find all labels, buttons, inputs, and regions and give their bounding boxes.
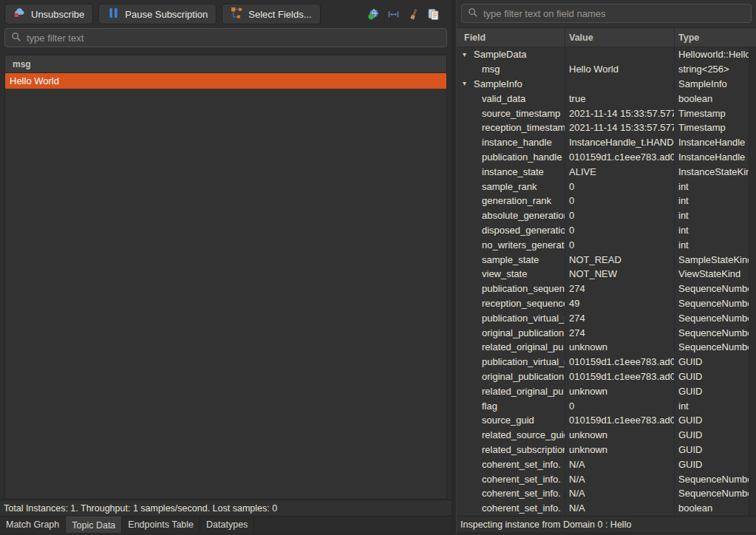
field-value: 010159d1.c1eee783.ad0 xyxy=(569,151,675,163)
field-row[interactable]: ▾ original_publication 274 SequenceNumbe… xyxy=(457,325,756,340)
field-type-cell: InstanceHandle xyxy=(675,150,756,165)
unsubscribe-button-label: Unsubscribe xyxy=(31,9,84,20)
field-row[interactable]: ▾ source_timestamp 2021-11-14 15:33:57.5… xyxy=(457,106,756,120)
field-value: true xyxy=(569,93,585,104)
field-value-cell: 274 xyxy=(565,310,675,325)
inspector-status-text: Inspecting instance from Domain 0 : Hell… xyxy=(460,519,631,530)
field-row[interactable]: ▾ SampleData Helloworld::Hello xyxy=(457,47,756,62)
field-row[interactable]: ▾ publication_virtual_s 274 SequenceNumb… xyxy=(457,310,756,325)
vertical-scrollbar[interactable] xyxy=(749,47,756,516)
field-row[interactable]: ▾ sample_rank 0 int xyxy=(457,179,756,194)
field-type-cell: int xyxy=(675,194,756,208)
fields-table-body: ▾ SampleData Helloworld::Hello ▾ msg xyxy=(457,47,756,516)
view-tab[interactable]: Endpoints Table xyxy=(122,517,200,533)
field-row[interactable]: ▾ SampleInfo SampleInfo xyxy=(457,77,756,92)
field-row[interactable]: ▾ absolute_generation 0 int xyxy=(457,208,756,223)
instances-rows: Hello World xyxy=(5,73,446,499)
field-row[interactable]: ▾ flag 0 int xyxy=(457,398,756,413)
value-column-header[interactable]: Value xyxy=(565,28,675,47)
field-value-cell: 0 xyxy=(565,194,675,208)
copy-icon[interactable] xyxy=(427,8,440,21)
field-value: unknown xyxy=(569,386,607,397)
field-type: SampleInfo xyxy=(678,78,727,89)
field-row[interactable]: ▾ instance_handle InstanceHandle_t.HAND … xyxy=(457,135,756,150)
field-column-header[interactable]: Field xyxy=(457,28,565,47)
field-type-cell: int xyxy=(675,223,756,238)
field-row[interactable]: ▾ disposed_generation 0 int xyxy=(457,223,756,238)
field-type: GUID xyxy=(678,429,703,440)
unsubscribe-button[interactable]: Unsubscribe xyxy=(4,4,93,24)
field-value: 0 xyxy=(569,225,574,236)
instance-row[interactable]: Hello World xyxy=(5,73,446,89)
field-type-cell: Timestamp xyxy=(675,120,756,135)
field-type-cell: GUID xyxy=(675,384,756,398)
field-row[interactable]: ▾ coherent_set_info. N/A boolean xyxy=(457,501,756,516)
field-row[interactable]: ▾ reception_sequence 49 SequenceNumber xyxy=(457,296,756,311)
field-row[interactable]: ▾ source_guid 010159d1.c1eee783.ad0 GUID xyxy=(457,413,756,428)
field-row[interactable]: ▾ coherent_set_info. N/A SequenceNumber xyxy=(457,471,756,486)
field-type: int xyxy=(678,239,689,251)
resize-columns-icon[interactable] xyxy=(387,8,400,21)
expander-arrow-icon[interactable]: ▾ xyxy=(463,80,474,87)
field-row[interactable]: ▾ original_publication 010159d1.c1eee783… xyxy=(457,369,756,384)
field-row[interactable]: ▾ msg Hello World string<256> xyxy=(457,62,756,77)
field-row[interactable]: ▾ publication_sequence 274 SequenceNumbe… xyxy=(457,282,756,296)
field-name-cell: ▾ publication_handle xyxy=(457,150,565,165)
field-type: Helloworld::Hello xyxy=(678,49,751,60)
field-row[interactable]: ▾ related_subscription unknown GUID xyxy=(457,443,756,457)
field-name: coherent_set_info. xyxy=(482,488,561,499)
topic-filter-input[interactable] xyxy=(27,33,440,44)
field-name: related_subscription xyxy=(482,444,565,455)
toolbar-icon-group xyxy=(367,8,440,21)
field-row[interactable]: ▾ instance_state ALIVE InstanceStateKind xyxy=(457,164,756,179)
field-row[interactable]: ▾ publication_handle 010159d1.c1eee783.a… xyxy=(457,150,756,165)
select-fields-button[interactable]: Select Fields... xyxy=(222,4,320,24)
field-type-cell: SampleInfo xyxy=(675,77,756,92)
field-name-cell: ▾ related_original_pu xyxy=(457,340,565,355)
view-tab[interactable]: Topic Data xyxy=(66,517,122,533)
field-name: source_timestamp xyxy=(482,108,560,119)
field-type-cell: GUID xyxy=(675,443,756,457)
field-value-cell: 010159d1.c1eee783.ad0 xyxy=(565,413,675,428)
field-value: unknown xyxy=(569,341,607,352)
instances-column-header[interactable]: msg xyxy=(5,55,446,73)
field-name-cell: ▾ absolute_generation xyxy=(457,208,565,223)
field-name: reception_timestamp xyxy=(482,122,565,133)
globe-icon[interactable] xyxy=(367,8,380,21)
field-row[interactable]: ▾ no_writers_generation 0 int xyxy=(457,237,756,252)
field-row[interactable]: ▾ generation_rank 0 int xyxy=(457,194,756,208)
field-row[interactable]: ▾ coherent_set_info. N/A GUID xyxy=(457,457,756,471)
field-type: Timestamp xyxy=(678,108,726,119)
field-row[interactable]: ▾ sample_state NOT_READ SampleStateKind xyxy=(457,252,756,267)
field-name-cell: ▾ coherent_set_info. xyxy=(457,486,565,501)
panel-splitter[interactable] xyxy=(452,0,457,535)
view-tab[interactable]: Match Graph xyxy=(0,517,66,533)
field-name-cell: ▾ coherent_set_info. xyxy=(457,501,565,516)
field-value-cell: 0 xyxy=(565,223,675,238)
field-type: InstanceHandle xyxy=(678,151,745,163)
field-row[interactable]: ▾ reception_timestamp 2021-11-14 15:33:5… xyxy=(457,120,756,135)
field-type-cell: boolean xyxy=(675,501,756,516)
field-value-cell: N/A xyxy=(565,486,675,501)
type-column-header[interactable]: Type xyxy=(675,28,756,47)
field-value-cell: 0 xyxy=(565,237,675,252)
subscription-toolbar: Unsubscribe Pause Subscription xyxy=(0,0,452,28)
field-row[interactable]: ▾ publication_virtual_g 010159d1.c1eee78… xyxy=(457,355,756,369)
field-type: InstanceStateKind xyxy=(678,166,756,177)
field-value: 274 xyxy=(569,313,585,324)
field-row[interactable]: ▾ valid_data true boolean xyxy=(457,91,756,106)
field-row[interactable]: ▾ related_original_pu unknown SequenceNu… xyxy=(457,340,756,355)
field-row[interactable]: ▾ related_original_pu unknown GUID xyxy=(457,384,756,398)
pause-subscription-button[interactable]: Pause Subscription xyxy=(98,4,217,24)
view-tab[interactable]: Datatypes xyxy=(200,517,254,533)
field-name: msg xyxy=(482,64,500,75)
expander-arrow-icon[interactable]: ▾ xyxy=(463,51,474,58)
field-row[interactable]: ▾ related_source_guid unknown GUID xyxy=(457,428,756,443)
field-value: unknown xyxy=(569,444,607,455)
clear-icon[interactable] xyxy=(407,8,420,21)
field-type: SequenceNumber xyxy=(678,341,756,352)
field-row[interactable]: ▾ coherent_set_info. N/A SequenceNumber xyxy=(457,486,756,501)
field-filter-input[interactable] xyxy=(483,8,745,19)
field-name-cell: ▾ source_timestamp xyxy=(457,106,565,120)
field-row[interactable]: ▾ view_state NOT_NEW ViewStateKind xyxy=(457,267,756,282)
